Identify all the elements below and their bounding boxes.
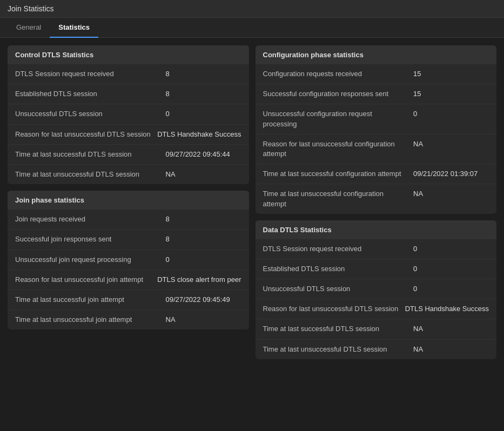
stat-label: Established DTLS session: [15, 89, 166, 99]
stat-value: DTLS Handshake Success: [405, 304, 489, 314]
stat-value: DTLS close alert from peer: [157, 275, 241, 285]
stat-label: Time at last unsuccessful join attempt: [15, 315, 166, 325]
stat-label: Successful join responses sent: [15, 234, 166, 244]
stat-label: Time at last unsuccessful DTLS session: [15, 170, 166, 179]
stat-label: Reason for last unsuccessful DTLS sessio…: [15, 130, 157, 139]
stat-row: Established DTLS session 0: [256, 259, 497, 279]
stat-row: Time at last successful join attempt 09/…: [8, 290, 249, 310]
stat-value: NA: [413, 189, 489, 199]
stat-row: Time at last unsuccessful join attempt N…: [8, 310, 249, 329]
stat-value: 0: [413, 244, 489, 254]
section-header-control-dtls: Control DTLS Statistics: [8, 45, 249, 64]
section-control-dtls: Control DTLS Statistics DTLS Session req…: [8, 45, 249, 184]
stat-label: Time at last successful DTLS session: [263, 324, 414, 334]
stat-value: 15: [413, 89, 489, 99]
stat-row: Unsuccessful configuration request proce…: [256, 104, 497, 134]
title-text: Join Statistics: [8, 4, 54, 13]
stat-row: Time at last unsuccessful DTLS session N…: [256, 340, 497, 359]
stat-row: Time at last unsuccessful configuration …: [256, 184, 497, 213]
stat-value: 0: [166, 109, 241, 119]
stat-row: Configuration requests received 15: [256, 64, 497, 84]
stat-label: Time at last successful DTLS session: [15, 150, 166, 159]
stat-label: Established DTLS session: [263, 264, 414, 274]
stat-value: 0: [413, 109, 489, 119]
stat-label: Time at last unsuccessful DTLS session: [263, 345, 414, 354]
section-join-phase: Join phase statistics Join requests rece…: [8, 191, 249, 329]
stat-value: 8: [166, 69, 241, 79]
stat-label: Reason for last unsuccessful configurati…: [263, 139, 414, 159]
stat-label: Unsuccessful DTLS session: [15, 109, 166, 119]
stat-label: Configuration requests received: [263, 69, 414, 79]
stat-label: DTLS Session request received: [15, 69, 166, 79]
stat-row: Reason for last unsuccessful join attemp…: [8, 270, 249, 290]
stat-value: 09/21/2022 01:39:07: [413, 169, 489, 179]
section-header-join-phase: Join phase statistics: [8, 191, 249, 210]
tabs-bar: General Statistics: [0, 18, 504, 38]
stat-label: Time at last successful join attempt: [15, 295, 166, 305]
stat-row: Reason for last unsuccessful DTLS sessio…: [8, 125, 249, 145]
stat-label: Unsuccessful join request processing: [15, 255, 166, 265]
stat-label: Reason for last unsuccessful join attemp…: [15, 275, 157, 285]
stat-label: Unsuccessful configuration request proce…: [263, 109, 414, 129]
stat-row: Time at last successful configuration at…: [256, 164, 497, 184]
stat-value: NA: [166, 315, 241, 325]
stat-label: Time at last unsuccessful configuration …: [263, 189, 414, 208]
stat-label: DTLS Session request received: [263, 244, 414, 254]
stat-row: Reason for last unsuccessful configurati…: [256, 134, 497, 164]
stat-label: Unsuccessful DTLS session: [263, 284, 414, 294]
section-header-data-dtls: Data DTLS Statistics: [256, 220, 497, 239]
stat-label: Join requests received: [15, 214, 166, 224]
right-column: Configuration phase statistics Configura…: [256, 45, 497, 359]
stat-value: 0: [413, 264, 489, 274]
stat-row: Reason for last unsuccessful DTLS sessio…: [256, 299, 497, 319]
stat-row: Time at last successful DTLS session NA: [256, 319, 497, 339]
left-column: Control DTLS Statistics DTLS Session req…: [8, 45, 249, 359]
section-header-config-phase: Configuration phase statistics: [256, 45, 497, 64]
stat-value: 8: [166, 89, 241, 99]
stat-value: NA: [166, 170, 241, 179]
stat-label: Reason for last unsuccessful DTLS sessio…: [263, 304, 405, 314]
section-config-phase: Configuration phase statistics Configura…: [256, 45, 497, 214]
stat-label: Time at last successful configuration at…: [263, 169, 414, 179]
stat-row: DTLS Session request received 0: [256, 239, 497, 259]
stat-row: Established DTLS session 8: [8, 84, 249, 104]
stat-value: 0: [166, 255, 241, 265]
section-data-dtls: Data DTLS Statistics DTLS Session reques…: [256, 220, 497, 359]
stat-row: Unsuccessful DTLS session 0: [8, 104, 249, 124]
stat-value: DTLS Handshake Success: [157, 130, 241, 139]
stat-row: Join requests received 8: [8, 210, 249, 230]
title-bar: Join Statistics: [0, 0, 504, 18]
tab-general[interactable]: General: [8, 18, 50, 38]
stat-value: 09/27/2022 09:45:49: [166, 295, 241, 305]
stat-value: 8: [166, 234, 241, 244]
stat-value: NA: [413, 345, 489, 354]
stat-label: Successful configuration responses sent: [263, 89, 414, 99]
stat-value: NA: [413, 324, 489, 334]
stat-value: 0: [413, 284, 489, 294]
stat-row: Time at last successful DTLS session 09/…: [8, 145, 249, 165]
main-content: Control DTLS Statistics DTLS Session req…: [0, 38, 504, 367]
stat-value: 8: [166, 214, 241, 224]
stat-row: Time at last unsuccessful DTLS session N…: [8, 165, 249, 184]
stat-value: 15: [413, 69, 489, 79]
stat-row: Successful join responses sent 8: [8, 230, 249, 250]
stat-value: NA: [413, 139, 489, 149]
stat-row: Unsuccessful DTLS session 0: [256, 279, 497, 299]
stat-row: Successful configuration responses sent …: [256, 84, 497, 104]
stat-value: 09/27/2022 09:45:44: [166, 150, 241, 159]
stat-row: DTLS Session request received 8: [8, 64, 249, 84]
stat-row: Unsuccessful join request processing 0: [8, 250, 249, 270]
tab-statistics[interactable]: Statistics: [50, 18, 98, 38]
